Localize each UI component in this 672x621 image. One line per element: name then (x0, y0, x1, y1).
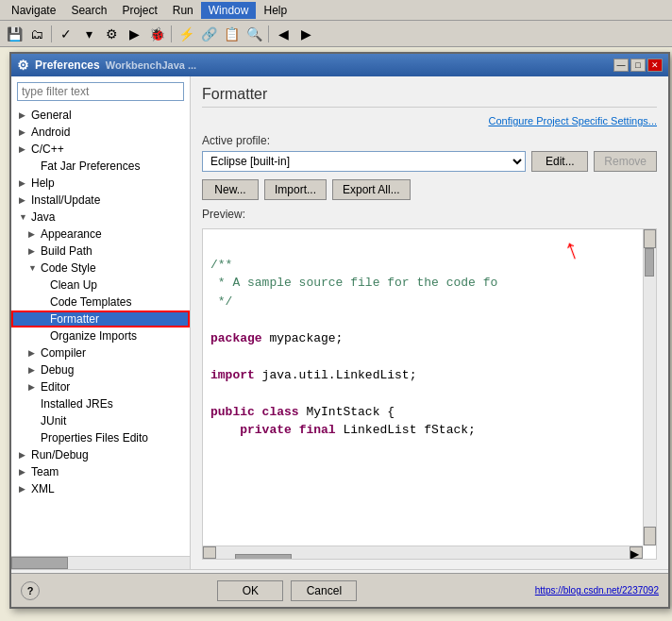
filter-input[interactable] (17, 82, 184, 101)
toolbar-check[interactable]: ✓ (56, 24, 76, 44)
tree-item-team[interactable]: ▶Team (11, 463, 190, 480)
tree-item-editor[interactable]: ▶Editor (11, 378, 190, 395)
dialog-titlebar: ⚙ Preferences WorkbenchJava ... — □ ✕ (11, 54, 668, 76)
dialog-subtitle: WorkbenchJava ... (106, 59, 196, 71)
cancel-button[interactable]: Cancel (291, 580, 357, 601)
tree-label-general: General (31, 109, 72, 122)
tree-label-debug: Debug (41, 363, 74, 377)
status-url[interactable]: https://blog.csdn.net/2237092 (535, 585, 659, 596)
menubar: Navigate Search Project Run Window Help (0, 0, 672, 21)
menu-navigate[interactable]: Navigate (4, 2, 63, 19)
preview-vscroll[interactable] (643, 229, 656, 545)
tree-arrow-team: ▶ (19, 467, 28, 477)
tree-item-formatter[interactable]: Formatter (11, 310, 190, 327)
tree-item-buildpath[interactable]: ▶Build Path (11, 243, 190, 260)
tree-label-codestyle: Code Style (41, 261, 96, 275)
tree-item-organizeimports[interactable]: Organize Imports (11, 327, 190, 344)
toolbar-back[interactable]: ◀ (273, 24, 294, 44)
tree-item-xml[interactable]: ▶XML (11, 480, 190, 497)
menu-project[interactable]: Project (114, 2, 164, 19)
remove-button[interactable]: Remove (594, 151, 657, 172)
tree-label-formatter: Formatter (50, 312, 99, 326)
tree-label-propertiesfilesedit: Properties Files Edito (41, 431, 148, 445)
maximize-button[interactable]: □ (630, 59, 646, 72)
close-button[interactable]: ✕ (647, 59, 663, 72)
toolbar-misc3[interactable]: 📋 (221, 24, 242, 44)
tree-area: ▶General▶Android▶C/C++Fat Jar Preference… (11, 107, 190, 556)
toolbar-build[interactable]: ⚙ (101, 24, 122, 44)
tree-item-android[interactable]: ▶Android (11, 124, 190, 141)
left-panel: ▶General▶Android▶C/C++Fat Jar Preference… (11, 76, 191, 569)
config-project-link[interactable]: Configure Project Specific Settings... (202, 115, 657, 126)
action-row: New... Import... Export All... (202, 179, 657, 200)
preview-label: Preview: (202, 208, 657, 221)
tree-item-help[interactable]: ▶Help (11, 175, 190, 192)
tree-label-editor: Editor (41, 380, 70, 394)
toolbar-forward[interactable]: ▶ (295, 24, 316, 44)
toolbar-save[interactable]: 💾 (4, 24, 25, 44)
tree-label-appearance: Appearance (41, 227, 102, 241)
preview-area[interactable]: /** * A sample source file for the code … (202, 228, 657, 560)
ok-cancel-group: OK Cancel (217, 580, 357, 601)
left-hscroll[interactable] (11, 556, 190, 569)
tree-label-buildpath: Build Path (41, 244, 92, 258)
help-button[interactable]: ? (21, 581, 40, 600)
tree-label-fatjar: Fat Jar Preferences (41, 159, 140, 173)
tree-arrow-general: ▶ (19, 110, 28, 120)
menu-run[interactable]: Run (165, 2, 201, 19)
panel-title: Formatter (202, 86, 657, 108)
menu-window[interactable]: Window (201, 2, 257, 19)
tree-item-codetemplates[interactable]: Code Templates (11, 294, 190, 310)
tree-label-xml: XML (31, 482, 55, 495)
tree-arrow-compiler: ▶ (28, 348, 38, 358)
toolbar-save2[interactable]: 🗂 (26, 24, 47, 44)
minimize-button[interactable]: — (613, 59, 629, 72)
toolbar-sep-3 (268, 25, 269, 42)
tree-label-codetemplates: Code Templates (50, 295, 132, 309)
tree-item-debug[interactable]: ▶Debug (11, 361, 190, 378)
ok-button[interactable]: OK (217, 580, 283, 601)
toolbar-misc4[interactable]: 🔍 (244, 24, 264, 44)
tree-arrow-rundebug: ▶ (19, 450, 28, 460)
tree-item-fatjar[interactable]: Fat Jar Preferences (11, 158, 190, 175)
tree-item-installedjres[interactable]: Installed JREs (11, 395, 190, 412)
tree-label-cpp: C/C++ (31, 143, 64, 156)
tree-arrow-cpp: ▶ (19, 144, 28, 154)
tree-item-general[interactable]: ▶General (11, 107, 190, 124)
toolbar-dropdown[interactable]: ▾ (78, 24, 99, 44)
tree-arrow-editor: ▶ (28, 382, 38, 392)
dialog-title-group: ⚙ Preferences WorkbenchJava ... (17, 58, 196, 73)
tree-label-android: Android (31, 126, 70, 139)
tree-item-junit[interactable]: JUnit (11, 412, 190, 429)
toolbar-run[interactable]: ▶ (124, 24, 144, 44)
tree-label-junit: JUnit (41, 414, 66, 428)
tree-label-java: Java (31, 210, 55, 224)
preview-hscroll[interactable]: ▶ (203, 545, 643, 559)
preferences-dialog: ⚙ Preferences WorkbenchJava ... — □ ✕ ▶G… (9, 52, 670, 609)
toolbar-misc1[interactable]: ⚡ (176, 24, 196, 44)
tree-item-codestyle[interactable]: ▼Code Style (11, 260, 190, 277)
tree-item-propertiesfilesedit[interactable]: Properties Files Edito (11, 429, 190, 446)
tree-item-compiler[interactable]: ▶Compiler (11, 344, 190, 361)
menu-help[interactable]: Help (256, 2, 294, 19)
tree-arrow-java: ▼ (19, 212, 28, 222)
profile-select[interactable]: Eclipse [built-in] (202, 151, 526, 172)
new-button[interactable]: New... (202, 179, 259, 200)
tree-arrow-appearance: ▶ (28, 229, 38, 239)
tree-item-appearance[interactable]: ▶Appearance (11, 226, 190, 243)
dialog-controls: — □ ✕ (613, 59, 663, 72)
import-button[interactable]: Import... (264, 179, 327, 200)
menu-search[interactable]: Search (63, 2, 114, 19)
tree-item-cleanup[interactable]: Clean Up (11, 277, 190, 294)
export-all-button[interactable]: Export All... (332, 179, 411, 200)
tree-label-help: Help (31, 176, 55, 190)
tree-label-team: Team (31, 465, 59, 478)
edit-button[interactable]: Edit... (531, 151, 588, 172)
tree-item-cpp[interactable]: ▶C/C++ (11, 141, 190, 158)
toolbar-debug[interactable]: 🐞 (146, 24, 167, 44)
tree-arrow-instalupdate: ▶ (19, 195, 28, 205)
tree-item-java[interactable]: ▼Java (11, 209, 190, 226)
tree-item-rundebug[interactable]: ▶Run/Debug (11, 446, 190, 463)
toolbar-misc2[interactable]: 🔗 (198, 24, 219, 44)
tree-item-instalupdate[interactable]: ▶Install/Update (11, 192, 190, 209)
